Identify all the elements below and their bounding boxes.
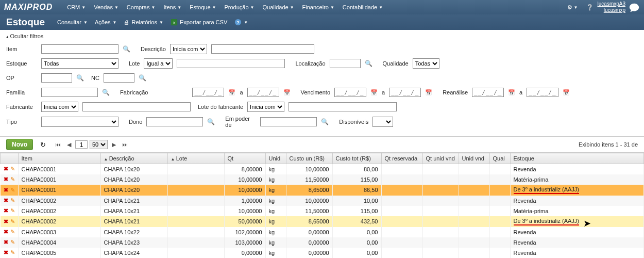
calendar-icon[interactable]: 📅 (425, 89, 432, 96)
topmenu-estoque[interactable]: Estoque ▼ (185, 1, 220, 13)
refresh-button[interactable]: ↻ (37, 140, 49, 150)
fabricacao-from-input[interactable] (192, 88, 224, 97)
consultar-menu[interactable]: Consultar ▼ (57, 19, 88, 25)
table-row[interactable]: ✖✎CHAPA00003CHAPA 10x22102,00000kg0,0000… (1, 227, 644, 237)
lote-input[interactable] (177, 59, 285, 68)
edit-icon[interactable]: ✎ (10, 239, 15, 245)
edit-icon[interactable]: ✎ (10, 218, 15, 224)
lote-fab-mode-select[interactable]: Inicia com (247, 102, 284, 112)
descricao-input[interactable] (211, 44, 314, 54)
edit-icon[interactable]: ✎ (10, 197, 15, 203)
col-qt[interactable]: Qt (224, 153, 265, 164)
col-custo-un[interactable]: Custo un (R$) (286, 153, 332, 164)
op-input[interactable] (41, 73, 72, 83)
col-qt-unid-vnd[interactable]: Qt unid vnd (422, 153, 459, 164)
delete-icon[interactable]: ✖ (4, 239, 8, 245)
pager-page-input[interactable] (75, 140, 88, 149)
col-lote[interactable]: Lote (167, 153, 224, 164)
table-row[interactable]: ✖✎CHAPA00002CHAPA 10x211,00000kg10,00000… (1, 196, 644, 206)
table-row[interactable]: ✖✎CHAPA00002CHAPA 10x2150,00000kg8,65000… (1, 216, 644, 227)
col-item[interactable]: Item (18, 153, 100, 164)
topmenu-crm[interactable]: CRM ▼ (63, 1, 90, 13)
qualidade-select[interactable]: Todas (413, 58, 439, 69)
topmenu-vendas[interactable]: Vendas ▼ (90, 1, 123, 13)
fabricante-input[interactable] (82, 102, 191, 111)
edit-icon[interactable]: ✎ (10, 207, 15, 214)
novo-button[interactable]: Novo (6, 139, 33, 150)
table-row[interactable]: ✖✎CHAPA00001CHAPA 10x2010,00000kg8,65000… (1, 185, 644, 196)
edit-icon[interactable]: ✎ (10, 249, 15, 255)
search-icon[interactable]: 🔍 (102, 89, 110, 96)
topmenu-financeiro[interactable]: Financeiro ▼ (298, 1, 338, 13)
table-row[interactable]: ✖✎CHAPA00001CHAPA 10x208,00000kg10,00000… (1, 164, 644, 174)
search-icon[interactable]: 🔍 (207, 118, 215, 125)
topmenu-itens[interactable]: Itens ▼ (159, 1, 185, 13)
exportar-button[interactable]: X Exportar para CSV (171, 19, 227, 26)
table-row[interactable]: ✖✎CHAPA00002CHAPA 10x2110,00000kg11,5000… (1, 206, 644, 216)
gear-menu[interactable]: ⚙ ▼ (563, 1, 582, 14)
topmenu-compras[interactable]: Compras ▼ (123, 1, 160, 13)
search-icon[interactable]: 🔍 (139, 74, 146, 82)
col-descricao[interactable]: Descrição (100, 153, 167, 164)
col-qual[interactable]: Qual (489, 153, 510, 164)
delete-icon[interactable]: ✖ (4, 229, 8, 235)
table-row[interactable]: ✖✎CHAPA00005CHAPA 10x240,00000kg0,000000… (1, 248, 644, 258)
dono-input[interactable] (146, 117, 203, 126)
search-icon[interactable]: 🔍 (321, 118, 329, 125)
pager-next-button[interactable]: ▶ (110, 140, 118, 149)
chat-icon[interactable] (629, 1, 640, 13)
calendar-icon[interactable]: 📅 (563, 89, 570, 96)
delete-icon[interactable]: ✖ (4, 207, 8, 214)
delete-icon[interactable]: ✖ (4, 249, 8, 255)
delete-icon[interactable]: ✖ (4, 176, 8, 182)
search-icon[interactable]: 🔍 (76, 74, 84, 82)
col-custo-tot[interactable]: Custo tot (R$) (332, 153, 381, 164)
calendar-icon[interactable]: 📅 (508, 89, 515, 96)
tipo-select[interactable] (41, 117, 118, 127)
reanalise-from-input[interactable] (472, 88, 504, 97)
table-row[interactable]: ✖✎CHAPA00001CHAPA 10x2010,00000kg11,5000… (1, 174, 644, 185)
delete-icon[interactable]: ✖ (4, 187, 8, 193)
help-page-button[interactable]: ? ▼ (234, 19, 248, 26)
estoque-select[interactable]: Todas (41, 58, 118, 69)
disponiveis-select[interactable] (372, 117, 393, 127)
search-icon[interactable]: 🔍 (123, 45, 130, 53)
pager-size-select[interactable]: 50 (90, 140, 108, 149)
help-top-button[interactable]: ❔ (582, 1, 598, 14)
calendar-icon[interactable]: 📅 (283, 89, 291, 96)
pager-first-button[interactable]: ⏮ (53, 140, 63, 149)
delete-icon[interactable]: ✖ (4, 218, 8, 224)
reanalise-to-input[interactable] (527, 88, 558, 97)
nc-input[interactable] (104, 73, 134, 83)
table-row[interactable]: ✖✎CHAPA00004CHAPA 10x23103,00000kg0,0000… (1, 237, 644, 248)
localizacao-input[interactable] (330, 59, 361, 68)
delete-icon[interactable]: ✖ (4, 197, 8, 203)
topmenu-contabilidade[interactable]: Contabilidade ▼ (338, 1, 387, 13)
col-estoque[interactable]: Estoque (510, 153, 644, 164)
delete-icon[interactable]: ✖ (4, 166, 8, 172)
lote-fabricante-input[interactable] (289, 102, 397, 111)
em-poder-input[interactable] (260, 117, 317, 126)
user-link-2[interactable]: lucasmxp (604, 7, 625, 13)
user-link-1[interactable]: lucasmxpA3 (598, 1, 625, 7)
toggle-filters-link[interactable]: Ocultar filtros (6, 33, 43, 39)
edit-icon[interactable]: ✎ (10, 187, 15, 193)
col-unid-vnd[interactable]: Unid vnd (459, 153, 489, 164)
fabricacao-to-input[interactable] (247, 88, 279, 97)
item-input[interactable] (41, 44, 118, 54)
pager-prev-button[interactable]: ◀ (65, 140, 73, 149)
col-qt-reservada[interactable]: Qt reservada (381, 153, 422, 164)
col-unid[interactable]: Unid (265, 153, 286, 164)
relatorios-menu[interactable]: 🖨 Relatórios ▼ (124, 19, 163, 25)
edit-icon[interactable]: ✎ (10, 229, 15, 235)
familia-input[interactable] (41, 88, 98, 97)
pager-last-button[interactable]: ⏭ (120, 140, 130, 149)
calendar-icon[interactable]: 📅 (228, 89, 235, 96)
lote-mode-select[interactable]: Igual a (144, 58, 173, 69)
fabricante-mode-select[interactable]: Inicia com (41, 102, 78, 112)
vencimento-from-input[interactable] (334, 88, 366, 97)
edit-icon[interactable]: ✎ (10, 176, 15, 182)
descricao-mode-select[interactable]: Inicia com (170, 44, 207, 54)
acoes-menu[interactable]: Ações ▼ (95, 19, 117, 25)
calendar-icon[interactable]: 📅 (370, 89, 378, 96)
